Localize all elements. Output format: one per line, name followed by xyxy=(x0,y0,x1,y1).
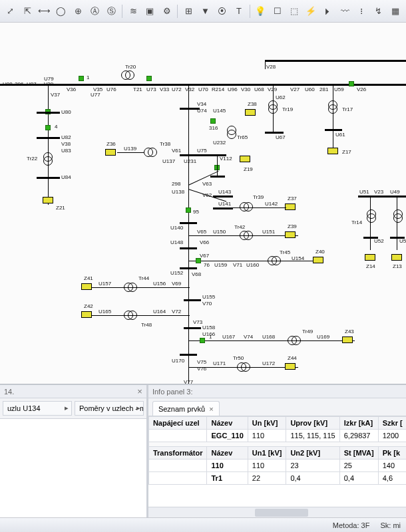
bus-line[interactable] xyxy=(184,327,201,329)
bus-line[interactable] xyxy=(180,247,197,249)
load-icon[interactable] xyxy=(391,254,402,261)
load-icon[interactable] xyxy=(240,156,250,162)
tab-element-list[interactable]: Seznam prvků × xyxy=(152,401,220,416)
tool-icon[interactable]: ⚡ xyxy=(304,3,319,19)
wire[interactable] xyxy=(397,197,397,250)
load-icon[interactable] xyxy=(105,149,116,156)
node-marker[interactable] xyxy=(146,76,152,81)
bus-line[interactable] xyxy=(180,354,197,356)
transformer-icon[interactable] xyxy=(328,100,337,114)
tool-icon[interactable]: ⚙ xyxy=(159,3,174,19)
tool-icon[interactable]: ⟷ xyxy=(37,3,52,19)
transformer-icon[interactable] xyxy=(240,202,253,211)
transformer-icon[interactable] xyxy=(121,70,134,80)
tool-icon[interactable]: Ⓢ xyxy=(104,3,119,19)
transformer-icon[interactable] xyxy=(288,336,301,345)
filter-dropdown-b[interactable]: Poměry v uzlech - mir xyxy=(75,401,144,416)
transformer-icon[interactable] xyxy=(268,256,281,265)
node-marker[interactable] xyxy=(210,118,216,124)
table-header[interactable]: Název xyxy=(207,417,248,430)
tool-icon[interactable]: 〰 xyxy=(337,3,352,19)
wire[interactable] xyxy=(188,85,189,384)
table-row[interactable]: Tr1 22 0,4 0,4 4,6 xyxy=(148,472,406,485)
transformer-icon[interactable] xyxy=(268,100,278,114)
load-icon[interactable] xyxy=(327,148,338,154)
wire[interactable] xyxy=(370,197,371,250)
transformer-icon[interactable] xyxy=(124,283,137,292)
tool-icon[interactable]: ⫶ xyxy=(354,3,369,19)
tool-icon[interactable]: ▦ xyxy=(387,3,403,19)
wire[interactable] xyxy=(233,207,286,208)
load-icon[interactable] xyxy=(285,363,296,370)
table-header[interactable]: St [MVA] xyxy=(339,447,378,460)
table-header[interactable]: Szkr [ xyxy=(378,417,406,430)
load-icon[interactable] xyxy=(43,197,53,203)
tool-icon[interactable]: Ⓐ xyxy=(87,3,102,19)
node-marker[interactable] xyxy=(349,81,354,86)
table-header[interactable]: Napájecí uzel xyxy=(148,417,207,430)
load-icon[interactable] xyxy=(81,283,92,290)
table-row[interactable]: 110 110 23 25 140 xyxy=(148,460,406,472)
tool-icon[interactable]: ⤢ xyxy=(3,3,18,19)
wire[interactable] xyxy=(265,61,266,69)
tool-icon[interactable]: ≋ xyxy=(125,3,140,19)
load-icon[interactable] xyxy=(342,336,353,343)
tool-icon[interactable]: ☐ xyxy=(270,3,285,19)
table-header[interactable]: Un2 [kV] xyxy=(286,447,339,460)
close-icon[interactable]: × xyxy=(137,386,142,396)
bus-line[interactable] xyxy=(213,207,233,209)
transformer-icon[interactable] xyxy=(393,209,403,223)
bus-line[interactable] xyxy=(37,137,60,139)
transformer-icon[interactable] xyxy=(43,152,53,166)
bus-line[interactable] xyxy=(265,60,406,62)
node-marker[interactable] xyxy=(79,76,84,81)
bus-line[interactable] xyxy=(210,176,225,178)
tool-icon[interactable]: ↯ xyxy=(371,3,386,19)
transformer-icon[interactable] xyxy=(144,148,157,157)
bus-line[interactable] xyxy=(37,177,60,179)
tool-text-icon[interactable]: T xyxy=(231,3,246,19)
bus-line[interactable] xyxy=(180,222,197,224)
node-marker[interactable] xyxy=(200,338,205,343)
wire[interactable] xyxy=(217,156,218,176)
horizontal-scrollbar[interactable] xyxy=(148,507,406,517)
tool-icon[interactable]: ⦿ xyxy=(214,3,230,19)
table-header[interactable]: Pk [k xyxy=(378,447,406,460)
wire[interactable] xyxy=(87,287,190,288)
node-marker[interactable] xyxy=(196,258,201,263)
load-icon[interactable] xyxy=(365,254,375,261)
load-icon[interactable] xyxy=(285,231,296,238)
bus-line[interactable] xyxy=(180,267,197,269)
load-icon[interactable] xyxy=(81,311,92,318)
tool-icon[interactable]: ▣ xyxy=(142,3,158,19)
load-icon[interactable] xyxy=(285,203,296,210)
table-header[interactable]: Un [kV] xyxy=(248,417,286,430)
bus-line[interactable] xyxy=(325,129,342,131)
tool-icon[interactable]: 💡 xyxy=(253,3,268,19)
transformer-icon[interactable] xyxy=(227,126,236,139)
wire[interactable] xyxy=(188,340,355,341)
wire[interactable] xyxy=(333,85,333,152)
tab-close-icon[interactable]: × xyxy=(209,405,213,413)
tool-icon[interactable]: ⊕ xyxy=(70,3,85,19)
table-header[interactable]: Izkr [kA] xyxy=(339,417,378,430)
bus-line[interactable] xyxy=(184,299,201,301)
tool-icon[interactable]: ⬚ xyxy=(286,3,302,19)
table-header[interactable]: Transformátor xyxy=(148,447,207,460)
wire[interactable] xyxy=(87,315,190,316)
tool-icon[interactable]: ◯ xyxy=(53,3,69,19)
load-icon[interactable] xyxy=(313,257,323,263)
transformer-icon[interactable] xyxy=(367,209,376,223)
scroll-thumb[interactable] xyxy=(255,509,308,517)
bus-line[interactable] xyxy=(37,112,60,114)
table-header[interactable]: Uprov [kV] xyxy=(286,417,339,430)
tool-icon[interactable]: ⊞ xyxy=(180,3,196,19)
tool-icon[interactable]: ▼ xyxy=(198,3,213,19)
wire[interactable] xyxy=(48,85,49,205)
bus-line[interactable] xyxy=(265,132,284,134)
tool-icon[interactable]: ⏵ xyxy=(320,3,335,19)
table-row[interactable]: EGC_110 110 115, 115, 115 6,29837 1200 xyxy=(148,430,406,442)
bus-line[interactable] xyxy=(0,84,406,86)
tool-icon[interactable]: ⇱ xyxy=(19,3,35,19)
wire[interactable] xyxy=(117,152,144,153)
